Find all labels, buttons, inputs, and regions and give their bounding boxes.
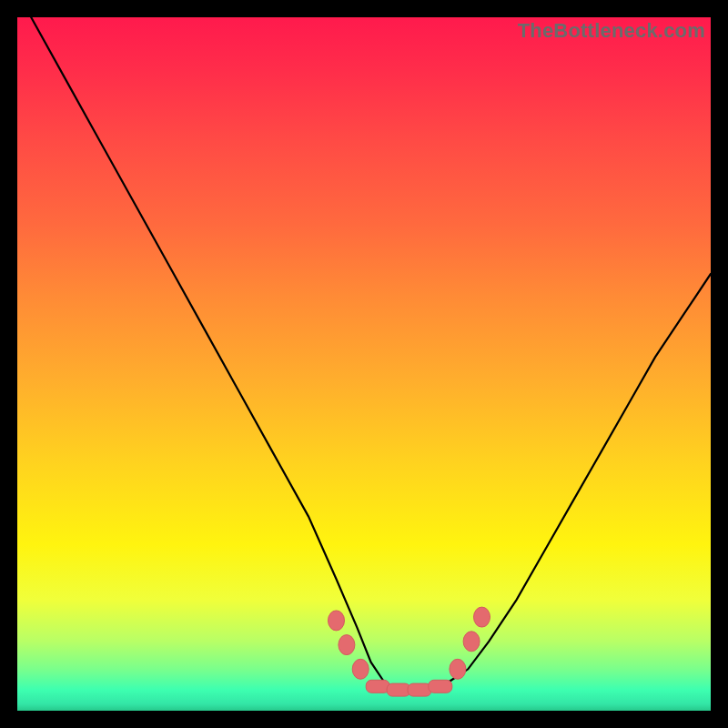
curve-marker — [352, 659, 369, 679]
curve-marker — [366, 680, 389, 693]
curve-marker — [387, 683, 410, 696]
chart-plot-area: TheBottleneck.com — [17, 17, 711, 711]
curve-marker — [474, 607, 490, 627]
curve-marker — [408, 683, 431, 696]
curve-marker — [463, 632, 480, 652]
chart-frame: TheBottleneck.com — [0, 0, 728, 728]
curve-markers — [329, 607, 490, 696]
curve-marker — [429, 680, 452, 693]
bottleneck-curve-svg — [17, 17, 711, 711]
curve-marker — [450, 659, 466, 679]
bottleneck-curve-path — [31, 17, 711, 690]
curve-marker — [339, 635, 355, 655]
curve-marker — [329, 611, 345, 631]
